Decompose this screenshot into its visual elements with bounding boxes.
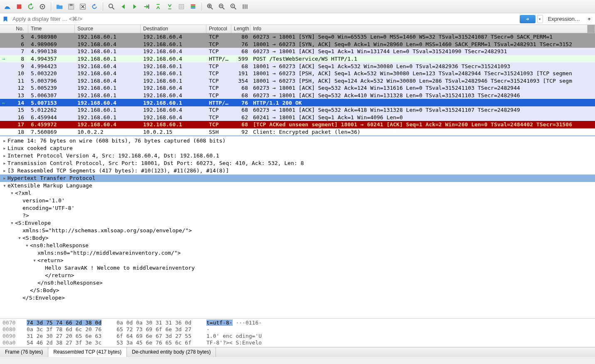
add-filter-button[interactable]: +	[585, 16, 593, 22]
return-close[interactable]: </return>	[45, 272, 74, 279]
expand-icon[interactable]: ▸	[2, 167, 7, 175]
goto-icon[interactable]	[141, 2, 151, 12]
next-icon[interactable]	[130, 2, 140, 12]
packet-row[interactable]: 176.459972192.168.60.4192.168.60.1TCP68[…	[0, 121, 595, 128]
find-icon[interactable]	[107, 2, 117, 12]
stop-icon[interactable]	[14, 2, 24, 12]
ip-line[interactable]: Internet Protocol Version 4, Src: 192.16…	[7, 152, 219, 160]
frame-line[interactable]: Frame 14: 76 bytes on wire (608 bits), 7…	[7, 137, 226, 145]
body-close[interactable]: </S:Body>	[30, 287, 59, 294]
svg-rect-4	[69, 4, 72, 6]
packet-row[interactable]: 155.012262192.168.60.1192.168.60.4TCP686…	[0, 106, 595, 114]
col-marker	[588, 25, 595, 33]
linux-line[interactable]: Linux cooked capture	[7, 145, 73, 152]
collapse-icon[interactable]: ▾	[24, 242, 30, 249]
collapse-icon[interactable]: ▾	[9, 219, 15, 227]
xml-decl[interactable]: <?xml	[15, 189, 31, 197]
svg-rect-10	[191, 7, 196, 8]
packet-bytes[interactable]: 007074 3d 75 74 66 2d 38 0d0a 0d 0a 30 3…	[0, 318, 595, 347]
last-icon[interactable]	[165, 2, 175, 12]
expand-icon[interactable]: ▸	[2, 145, 7, 152]
reload-icon[interactable]	[89, 2, 99, 12]
shark-fin-icon[interactable]	[2, 2, 12, 12]
separator	[103, 2, 103, 11]
expand-icon[interactable]: ▸	[2, 160, 7, 167]
restart-icon[interactable]	[26, 2, 36, 12]
filter-bar: ▾ Expression… +	[0, 13, 595, 25]
options-icon[interactable]	[37, 2, 47, 12]
autoscroll-icon[interactable]	[176, 2, 186, 12]
packet-details[interactable]: ▸Frame 14: 76 bytes on wire (608 bits), …	[0, 135, 595, 318]
first-icon[interactable]	[153, 2, 163, 12]
packet-row[interactable]: 115.003796192.168.60.4192.168.60.1TCP354…	[0, 77, 595, 85]
packet-row[interactable]: 64.989069192.168.60.4192.168.60.1TCP7618…	[0, 41, 595, 48]
apply-filter-button[interactable]	[520, 15, 536, 23]
packet-row[interactable]: 125.005239192.168.60.1192.168.60.4TCP686…	[0, 84, 595, 92]
expand-icon[interactable]: ▸	[2, 152, 7, 160]
reasm-line[interactable]: [3 Reassembled TCP Segments (417 bytes):…	[7, 167, 229, 175]
resize-cols-icon[interactable]	[240, 2, 250, 12]
response-close[interactable]: </ns0:helloResponse>	[37, 279, 103, 287]
expression-button[interactable]: Expression…	[545, 16, 583, 22]
packet-row[interactable]: 166.459944192.168.60.1192.168.60.4TCP626…	[0, 114, 595, 121]
packet-row[interactable]: 187.56086910.0.2.210.0.2.15SSH92Client: …	[0, 128, 595, 136]
collapse-icon[interactable]: ▾	[32, 257, 37, 264]
zoom-in-icon[interactable]	[205, 2, 215, 12]
separator	[201, 2, 202, 11]
body-open[interactable]: <S:Body>	[22, 234, 49, 242]
filter-input[interactable]	[11, 14, 518, 24]
hex-row[interactable]: 009031 2e 30 27 20 65 6e 636f 64 69 6e 6…	[2, 333, 593, 339]
envelope-ns[interactable]: xmlns:S="http://schemas.xmlsoap.org/soap…	[22, 227, 192, 234]
envelope-open[interactable]: <S:Envelope	[15, 219, 51, 227]
collapse-icon[interactable]: ▾	[9, 189, 15, 197]
xml-version[interactable]: version='1.0'	[22, 197, 65, 204]
packet-list-header: No. Time Source Destination Protocol Len…	[0, 25, 595, 33]
zoom-out-icon[interactable]	[217, 2, 227, 12]
packet-list-body[interactable]: 54.988980192.168.60.1192.168.60.4TCP8060…	[0, 33, 595, 135]
return-open[interactable]: <return>	[37, 257, 64, 264]
packet-row[interactable]: ←145.007153192.168.60.4192.168.60.1HTTP/…	[0, 99, 595, 106]
bytes-tab[interactable]: Frame (76 bytes)	[0, 347, 48, 357]
col-source[interactable]: Source	[75, 25, 141, 33]
hex-row[interactable]: 007074 3d 75 74 66 2d 38 0d0a 0d 0a 30 3…	[2, 320, 593, 326]
packet-row[interactable]: 54.988980192.168.60.1192.168.60.4TCP8060…	[0, 33, 595, 41]
envelope-close[interactable]: </S:Envelope>	[22, 294, 65, 302]
hex-row[interactable]: 00a054 46 2d 38 27 3f 3e 3c53 3a 45 6e 7…	[2, 339, 593, 346]
packet-row[interactable]: →84.994357192.168.60.1192.168.60.4HTTP/……	[0, 55, 595, 63]
response-open[interactable]: <ns0:helloResponse	[30, 242, 89, 249]
col-no[interactable]: No.	[0, 25, 28, 33]
packet-row[interactable]: 135.006307192.168.60.1192.168.60.4TCP686…	[0, 92, 595, 99]
zoom-reset-icon[interactable]	[228, 2, 238, 12]
expand-icon[interactable]: ▸	[2, 137, 7, 145]
xml-encoding[interactable]: encoding='UTF-8'	[22, 204, 74, 212]
prev-icon[interactable]	[118, 2, 128, 12]
packet-row[interactable]: 74.990138192.168.60.1192.168.60.4TCP6860…	[0, 48, 595, 55]
collapse-icon[interactable]: ▾	[2, 182, 7, 189]
xml-line[interactable]: eXtensible Markup Language	[7, 182, 92, 189]
return-text[interactable]: Hello SaravAK ! Welcome to middlewareinv…	[45, 264, 195, 272]
close-icon[interactable]	[78, 2, 88, 12]
col-info[interactable]: Info	[250, 25, 588, 33]
response-ns[interactable]: xmlns:ns0="http://middlewareinventory.co…	[37, 249, 181, 257]
tcp-line[interactable]: Transmission Control Protocol, Src Port:…	[7, 160, 304, 167]
packet-row[interactable]: 94.994423192.168.60.4192.168.60.1TCP6818…	[0, 62, 595, 70]
col-length[interactable]: Length	[231, 25, 250, 33]
bytes-tab[interactable]: De-chunked entity body (278 bytes)	[127, 347, 216, 357]
filter-dropdown[interactable]: ▾	[537, 15, 543, 23]
col-destination[interactable]: Destination	[141, 25, 206, 33]
collapse-icon[interactable]: ▾	[17, 234, 22, 242]
http-line[interactable]: Hypertext Transfer Protocol	[7, 175, 95, 182]
open-icon[interactable]	[55, 2, 64, 12]
col-protocol[interactable]: Protocol	[206, 25, 231, 33]
expand-icon[interactable]: ▸	[2, 175, 7, 182]
bytes-tab[interactable]: Reassembled TCP (417 bytes)	[48, 347, 127, 357]
svg-point-14	[232, 5, 233, 6]
packet-row[interactable]: 105.003220192.168.60.4192.168.60.1TCP191…	[0, 70, 595, 77]
col-time[interactable]: Time	[28, 25, 75, 33]
hex-row[interactable]: 00800a 3c 3f 78 6d 6c 20 7665 72 73 69 6…	[2, 326, 593, 333]
colorize-icon[interactable]	[188, 2, 198, 12]
bookmark-icon[interactable]	[2, 15, 9, 23]
xml-close[interactable]: ?>	[22, 212, 29, 219]
packet-list: No. Time Source Destination Protocol Len…	[0, 25, 595, 135]
save-icon[interactable]	[66, 2, 76, 12]
